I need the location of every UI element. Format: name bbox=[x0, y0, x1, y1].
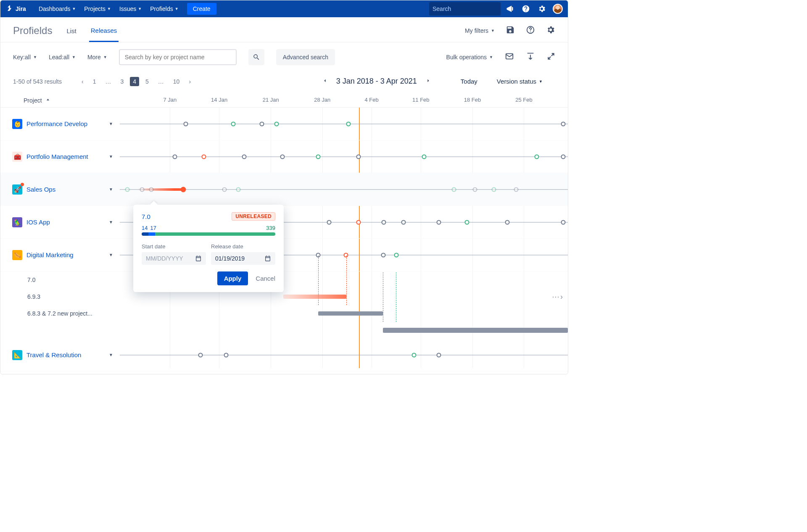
version-name[interactable]: 7.0 bbox=[27, 277, 35, 283]
global-search[interactable] bbox=[429, 2, 501, 16]
version-bar[interactable] bbox=[318, 311, 383, 316]
jira-logo[interactable]: Jira bbox=[5, 5, 26, 13]
project-name-link[interactable]: Sales Ops bbox=[26, 186, 55, 193]
project-name-link[interactable]: Portfolio Management bbox=[26, 153, 88, 160]
page-1[interactable]: 1 bbox=[90, 77, 99, 86]
version-marker[interactable] bbox=[344, 253, 348, 257]
expand-toggle[interactable]: ▼ bbox=[109, 154, 113, 159]
nav-projects[interactable]: Projects▼ bbox=[80, 0, 115, 17]
version-marker[interactable] bbox=[473, 187, 477, 192]
mail-icon[interactable] bbox=[505, 52, 514, 63]
version-marker[interactable] bbox=[202, 154, 206, 159]
version-marker[interactable] bbox=[125, 187, 130, 192]
version-marker[interactable] bbox=[492, 187, 496, 192]
version-marker[interactable] bbox=[505, 220, 510, 224]
help-icon[interactable] bbox=[519, 2, 533, 16]
version-marker[interactable] bbox=[316, 154, 321, 159]
version-marker[interactable] bbox=[422, 154, 426, 159]
page-next[interactable]: › bbox=[186, 77, 194, 86]
filter-key[interactable]: Key:all▼ bbox=[13, 54, 37, 61]
version-marker[interactable] bbox=[535, 154, 539, 159]
version-marker[interactable] bbox=[224, 353, 228, 357]
page-4[interactable]: 4 bbox=[130, 77, 139, 86]
version-marker[interactable] bbox=[381, 220, 386, 224]
create-button[interactable]: Create bbox=[187, 3, 216, 15]
nav-issues[interactable]: Issues▼ bbox=[115, 0, 146, 17]
version-marker-active[interactable] bbox=[181, 187, 186, 192]
page-prev[interactable]: ‹ bbox=[79, 77, 87, 86]
filter-more[interactable]: More▼ bbox=[87, 54, 107, 61]
stat-todo[interactable]: 14 bbox=[142, 225, 148, 231]
project-name-link[interactable]: Travel & Resolution bbox=[26, 351, 81, 358]
help-button[interactable] bbox=[526, 25, 535, 36]
version-marker[interactable] bbox=[412, 353, 417, 357]
date-next[interactable] bbox=[424, 75, 433, 87]
version-marker[interactable] bbox=[401, 220, 406, 224]
date-prev[interactable] bbox=[320, 75, 330, 87]
user-avatar[interactable] bbox=[553, 4, 563, 14]
version-marker[interactable] bbox=[149, 187, 153, 192]
version-name[interactable]: 6.9.3 bbox=[27, 293, 40, 300]
version-marker[interactable] bbox=[259, 121, 264, 126]
project-name-link[interactable]: Digital Marketing bbox=[26, 251, 74, 258]
release-date-input[interactable]: 01/19/2019 bbox=[211, 252, 275, 265]
tab-list[interactable]: List bbox=[65, 20, 78, 41]
version-marker[interactable] bbox=[231, 121, 235, 126]
version-marker[interactable] bbox=[280, 154, 285, 159]
search-button[interactable] bbox=[248, 49, 264, 65]
version-marker[interactable] bbox=[198, 353, 203, 357]
my-filters-dropdown[interactable]: My filters▼ bbox=[465, 27, 495, 34]
start-date-input[interactable]: MM/DD/YYYY bbox=[142, 252, 206, 265]
version-marker[interactable] bbox=[452, 187, 456, 192]
expand-toggle[interactable]: ▼ bbox=[109, 253, 113, 257]
version-marker[interactable] bbox=[140, 187, 145, 192]
nav-dashboards[interactable]: Dashboards▼ bbox=[34, 0, 80, 17]
more-icon[interactable]: ⋯› bbox=[552, 292, 564, 301]
version-marker[interactable] bbox=[381, 253, 385, 257]
bulk-operations[interactable]: Bulk operations▼ bbox=[446, 54, 493, 61]
version-marker[interactable] bbox=[173, 154, 177, 159]
version-marker[interactable] bbox=[394, 253, 398, 257]
settings-button[interactable] bbox=[546, 25, 555, 36]
version-bar[interactable] bbox=[383, 328, 568, 333]
version-marker[interactable] bbox=[514, 187, 519, 192]
cancel-button[interactable]: Cancel bbox=[256, 275, 275, 282]
version-marker[interactable] bbox=[356, 154, 361, 159]
apply-button[interactable]: Apply bbox=[217, 271, 248, 285]
fullscreen-icon[interactable] bbox=[547, 52, 555, 62]
page-10[interactable]: 10 bbox=[170, 77, 183, 86]
today-button[interactable]: Today bbox=[461, 78, 477, 85]
popover-version[interactable]: 7.0 bbox=[142, 213, 150, 220]
project-name-link[interactable]: IOS App bbox=[26, 219, 50, 226]
version-marker[interactable] bbox=[436, 220, 441, 224]
expand-toggle[interactable]: ▼ bbox=[109, 353, 113, 357]
tab-releases[interactable]: Releases bbox=[89, 19, 119, 42]
page-5[interactable]: 5 bbox=[142, 77, 152, 86]
version-marker[interactable] bbox=[183, 121, 188, 126]
version-bar[interactable] bbox=[283, 295, 346, 299]
version-marker[interactable] bbox=[222, 187, 227, 192]
page-3[interactable]: 3 bbox=[117, 77, 127, 86]
stat-done[interactable]: 339 bbox=[266, 225, 275, 231]
project-column-header[interactable]: Project bbox=[0, 93, 120, 107]
version-marker[interactable] bbox=[242, 154, 247, 159]
version-marker[interactable] bbox=[465, 220, 469, 224]
version-marker[interactable] bbox=[561, 154, 566, 159]
search-input[interactable] bbox=[433, 5, 506, 12]
project-name-link[interactable]: Performance Develop bbox=[26, 120, 87, 127]
version-marker[interactable] bbox=[561, 220, 566, 224]
filter-lead[interactable]: Lead:all▼ bbox=[49, 54, 76, 61]
version-marker[interactable] bbox=[356, 220, 361, 224]
expand-toggle[interactable]: ▼ bbox=[109, 187, 113, 192]
version-marker[interactable] bbox=[561, 121, 566, 126]
settings-icon[interactable] bbox=[535, 2, 549, 16]
version-marker[interactable] bbox=[346, 121, 351, 126]
version-marker[interactable] bbox=[327, 220, 331, 224]
version-marker[interactable] bbox=[274, 121, 279, 126]
expand-toggle[interactable]: ▼ bbox=[109, 121, 113, 126]
stat-inprogress[interactable]: 17 bbox=[150, 225, 156, 231]
version-marker[interactable] bbox=[236, 187, 241, 192]
expand-toggle[interactable]: ▼ bbox=[109, 220, 113, 224]
save-icon[interactable] bbox=[506, 25, 515, 36]
nav-profields[interactable]: Profields▼ bbox=[146, 0, 182, 17]
